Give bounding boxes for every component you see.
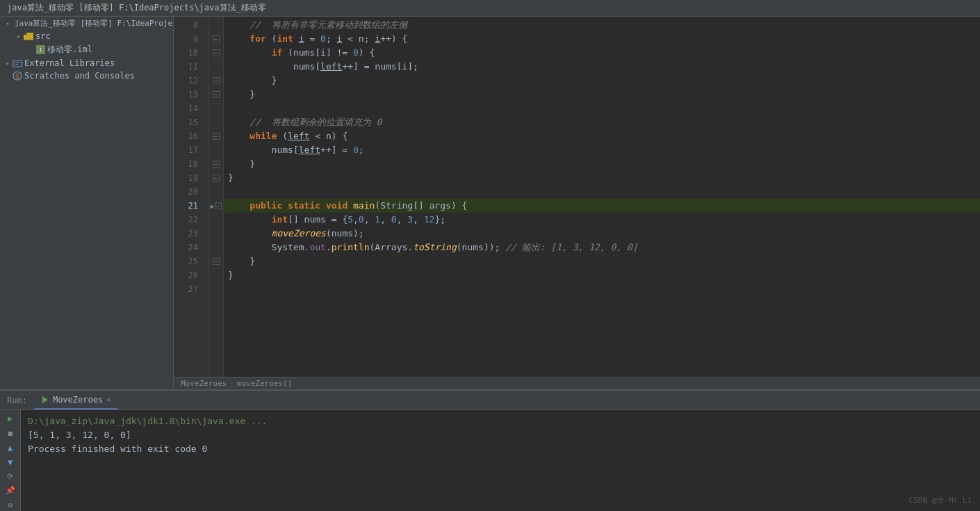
run-tab-movezeros[interactable]: MoveZeroes ✕ — [34, 391, 117, 409]
ln-13: 13 — [174, 88, 202, 102]
title-bar: java算法_移动零 [移动零] F:\IdeaProjects\java算法_… — [0, 0, 980, 17]
svg-rect-0 — [13, 60, 22, 67]
run-pin-button[interactable]: 📌 — [3, 485, 18, 497]
fold-icon-19[interactable]: − — [213, 175, 220, 181]
gutter-23 — [209, 227, 223, 241]
gutter-25: − — [209, 254, 223, 268]
breadcrumb-bar: MoveZeroes › moveZeroes() — [174, 377, 980, 389]
code-editor[interactable]: // 将所有非零元素移动到数组的左侧 for (int i = 0; i < n… — [224, 17, 980, 377]
run-output-line-4: Process finished with exit code 0 — [28, 442, 973, 456]
ln-9: 9 — [174, 32, 202, 46]
sidebar-item-src[interactable]: ▸ src — [0, 30, 173, 42]
run-tab-close-btn[interactable]: ✕ — [106, 396, 111, 403]
code-line-20 — [224, 185, 980, 199]
code-line-24: System.out.println(Arrays.toString(nums)… — [224, 241, 980, 254]
gutter-19: − — [209, 171, 223, 185]
ln-8: 8 — [174, 18, 202, 32]
sidebar-item-scratches[interactable]: ▸ Scratches and Consoles — [0, 70, 173, 82]
run-panel: Run: MoveZeroes ✕ ▶ ◼ ▲ ▼ ⟳ 📌 ⚙ D:\java_… — [0, 389, 980, 511]
code-line-16: while (left < n) { — [224, 129, 980, 143]
editor-gutter: − − − − − − − ▶ − − — [209, 17, 224, 377]
run-panel-body: ▶ ◼ ▲ ▼ ⟳ 📌 ⚙ D:\java_zip\Java_jdk\jdk1.… — [0, 410, 980, 511]
run-settings-button[interactable]: ⚙ — [3, 499, 18, 511]
chevron-right-icon-ext: ▸ — [3, 58, 13, 68]
src-folder-icon — [24, 33, 33, 40]
code-line-25: } — [224, 254, 980, 268]
chevron-down-icon: ▾ — [3, 19, 13, 29]
fold-icon-21[interactable]: − — [215, 202, 222, 209]
scratches-label: Scratches and Consoles — [24, 71, 135, 81]
fold-icon-9[interactable]: − — [213, 35, 220, 42]
breadcrumb-class: MoveZeroes — [181, 379, 227, 388]
chevron-right-icon: ▸ — [14, 31, 24, 41]
fold-icon-10[interactable]: − — [213, 49, 220, 56]
code-line-27 — [224, 282, 980, 296]
watermark: CSDN @佳-Mr.Li — [909, 495, 972, 505]
gutter-13: − — [209, 88, 223, 102]
fold-icon-18[interactable]: − — [213, 161, 220, 168]
lib-icon — [13, 58, 22, 68]
code-line-22: int[] nums = {5,0, 1, 0, 3, 12}; — [224, 213, 980, 227]
ln-27: 27 — [174, 282, 202, 296]
editor-area: 8 9 10 11 12 13 14 15 16 17 18 19 20 21 … — [174, 17, 980, 389]
fold-icon-16[interactable]: − — [213, 133, 220, 140]
code-line-23: moveZeroes(nums); — [224, 227, 980, 241]
code-line-13: } — [224, 88, 980, 102]
line-numbers: 8 9 10 11 12 13 14 15 16 17 18 19 20 21 … — [174, 17, 209, 377]
run-play-button[interactable]: ▶ — [3, 413, 18, 425]
run-tab-name: MoveZeroes — [53, 395, 103, 405]
fold-icon-12[interactable]: − — [213, 77, 220, 84]
code-line-14 — [224, 102, 980, 115]
scroll-up-button[interactable]: ▲ — [3, 441, 18, 453]
sidebar-item-iml[interactable]: i 移动零.iml — [0, 42, 173, 57]
breadcrumb-sep: › — [229, 379, 234, 388]
run-output-line-1: D:\java_zip\Java_jdk\jdk1.8\bin\java.exe… — [28, 414, 973, 428]
gutter-15 — [209, 115, 223, 129]
run-label: Run: — [0, 391, 34, 409]
gutter-18: − — [209, 157, 223, 171]
run-tab-icon — [41, 396, 49, 404]
scroll-down-button[interactable]: ▼ — [3, 456, 18, 468]
gutter-22 — [209, 213, 223, 227]
src-label: src — [35, 31, 51, 41]
fold-icon-25[interactable]: − — [213, 258, 220, 265]
code-line-11: nums[left++] = nums[i]; — [224, 60, 980, 74]
code-line-10: if (nums[i] != 0) { — [224, 46, 980, 60]
code-line-26: } — [224, 268, 980, 282]
code-line-9: for (int i = 0; i < n; i++) { — [224, 32, 980, 46]
gutter-10: − — [209, 46, 223, 60]
gutter-24 — [209, 241, 223, 254]
fold-icon-13[interactable]: − — [213, 91, 220, 98]
run-rerun-button[interactable]: ⟳ — [3, 471, 18, 482]
ln-26: 26 — [174, 268, 202, 282]
ln-12: 12 — [174, 74, 202, 88]
ln-17: 17 — [174, 143, 202, 157]
iml-file-icon: i — [36, 45, 45, 54]
code-line-21: public static void main(String[] args) { — [224, 199, 980, 213]
ln-15: 15 — [174, 115, 202, 129]
iml-label: 移动零.iml — [47, 44, 92, 56]
sidebar-item-project[interactable]: ▾ java算法_移动零 [移动零] F:\IdeaProjects\java算… — [0, 17, 173, 30]
ln-21: 21 — [174, 199, 202, 213]
ln-14: 14 — [174, 102, 202, 115]
run-panel-header: Run: MoveZeroes ✕ — [0, 391, 980, 410]
title-text: java算法_移动零 [移动零] F:\IdeaProjects\java算法_… — [7, 3, 266, 13]
breadcrumb-method: moveZeroes() — [237, 379, 292, 388]
ln-24: 24 — [174, 241, 202, 254]
gutter-9: − — [209, 32, 223, 46]
gutter-26 — [209, 268, 223, 282]
run-stop-button[interactable]: ◼ — [3, 428, 18, 439]
gutter-20 — [209, 185, 223, 199]
svg-marker-7 — [42, 396, 48, 403]
ln-20: 20 — [174, 185, 202, 199]
project-root-label: java算法_移动零 [移动零] F:\IdeaProjects\java算法_… — [15, 18, 174, 29]
gutter-27 — [209, 282, 223, 296]
gutter-12: − — [209, 74, 223, 88]
sidebar-item-external-libs[interactable]: ▸ External Libraries — [0, 57, 173, 70]
gutter-21: ▶ − — [209, 199, 223, 213]
sidebar: ▾ java算法_移动零 [移动零] F:\IdeaProjects\java算… — [0, 17, 174, 389]
ln-25: 25 — [174, 254, 202, 268]
code-line-17: nums[left++] = 0; — [224, 143, 980, 157]
ln-22: 22 — [174, 213, 202, 227]
gutter-11 — [209, 60, 223, 74]
